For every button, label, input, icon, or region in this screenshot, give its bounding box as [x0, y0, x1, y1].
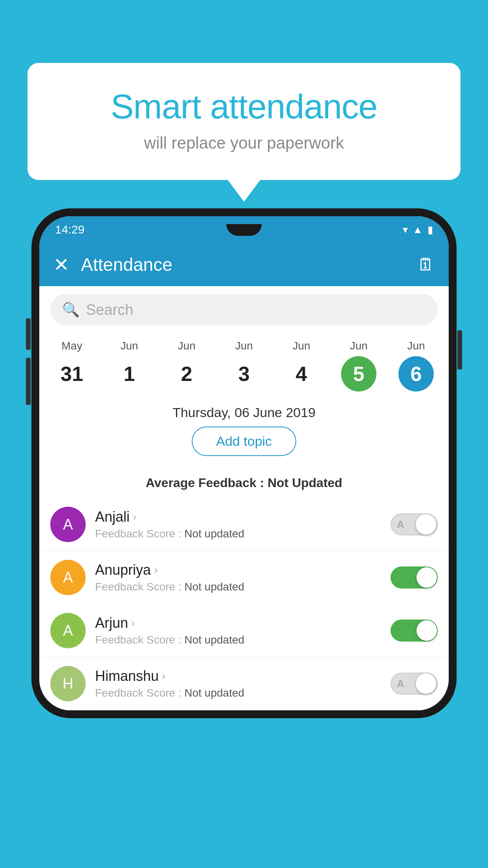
toggle-knob-3 [416, 673, 436, 694]
student-list: AAnjali ›Feedback Score : Not updatedAAA… [39, 498, 449, 710]
avatar-1: A [50, 560, 86, 595]
cal-date-1: 1 [112, 356, 147, 392]
toggle-1[interactable]: P [391, 566, 438, 588]
cal-date-4: 4 [284, 356, 319, 392]
student-name-3: Himanshu › [95, 668, 381, 684]
toggle-0[interactable]: A [391, 513, 438, 535]
feedback-score-0: Feedback Score : Not updated [95, 528, 381, 540]
student-info-1: Anupriya ›Feedback Score : Not updated [95, 562, 381, 593]
cal-date-2: 2 [169, 356, 204, 392]
calendar-day-1[interactable]: Jun1 [104, 340, 155, 392]
cal-date-6: 6 [398, 356, 434, 392]
chevron-icon-0: › [133, 511, 136, 523]
student-item-2[interactable]: AArjun ›Feedback Score : Not updatedP [39, 604, 449, 657]
student-name-2: Arjun › [95, 615, 381, 631]
signal-icon: ▲ [413, 224, 423, 236]
toggle-knob-2 [416, 620, 437, 641]
date-label: Thursday, 06 June 2019 [39, 395, 449, 427]
toggle-label-0: A [397, 519, 404, 531]
speech-bubble-container: Smart attendance will replace your paper… [28, 63, 460, 180]
close-button[interactable]: ✕ [53, 254, 69, 276]
calendar-day-3[interactable]: Jun3 [218, 340, 270, 392]
power-button [457, 330, 462, 370]
bubble-subtitle: will replace your paperwork [55, 134, 433, 153]
bubble-title: Smart attendance [55, 86, 433, 127]
status-icons: ▾ ▲ ▮ [403, 224, 433, 236]
student-item-3[interactable]: HHimanshu ›Feedback Score : Not updatedA [39, 657, 449, 710]
speech-bubble: Smart attendance will replace your paper… [28, 63, 460, 180]
avatar-0: A [50, 507, 86, 542]
toggle-2[interactable]: P [391, 620, 438, 642]
cal-month-1: Jun [120, 340, 138, 352]
calendar-icon[interactable]: 🗓 [417, 255, 435, 274]
calendar-day-4[interactable]: Jun4 [276, 340, 327, 392]
cal-month-2: Jun [178, 340, 195, 352]
toggle-3[interactable]: A [391, 673, 438, 695]
cal-date-0: 31 [54, 356, 90, 392]
add-topic-button[interactable]: Add topic [192, 427, 296, 456]
vol-down-button [26, 358, 31, 405]
student-name-0: Anjali › [95, 509, 381, 525]
student-info-3: Himanshu ›Feedback Score : Not updated [95, 668, 381, 699]
app-bar: ✕ Attendance 🗓 [39, 243, 449, 286]
phone: 14:29 ▾ ▲ ▮ ✕ Attendance 🗓 🔍 Search [31, 208, 457, 718]
student-item-0[interactable]: AAnjali ›Feedback Score : Not updatedA [39, 498, 449, 551]
avg-feedback-label: Average Feedback : [146, 476, 268, 490]
calendar-day-5[interactable]: Jun5 [333, 340, 384, 392]
student-info-0: Anjali ›Feedback Score : Not updated [95, 509, 381, 540]
student-item-1[interactable]: AAnupriya ›Feedback Score : Not updatedP [39, 551, 449, 604]
cal-date-3: 3 [226, 356, 262, 392]
phone-container: 14:29 ▾ ▲ ▮ ✕ Attendance 🗓 🔍 Search [31, 208, 457, 718]
vol-up-button [26, 318, 31, 350]
search-placeholder: Search [86, 302, 133, 318]
calendar-day-0[interactable]: May31 [46, 340, 97, 392]
status-time: 14:29 [55, 223, 84, 236]
calendar-day-6[interactable]: Jun6 [391, 340, 442, 392]
cal-month-4: Jun [292, 340, 310, 352]
student-info-2: Arjun ›Feedback Score : Not updated [95, 615, 381, 646]
cal-month-5: Jun [350, 340, 367, 352]
toggle-label-3: A [397, 678, 404, 690]
avatar-2: A [50, 613, 86, 648]
feedback-score-2: Feedback Score : Not updated [95, 634, 381, 646]
student-name-1: Anupriya › [95, 562, 381, 578]
toggle-knob-0 [416, 514, 436, 535]
phone-screen: 14:29 ▾ ▲ ▮ ✕ Attendance 🗓 🔍 Search [39, 216, 449, 710]
cal-month-0: May [62, 340, 83, 352]
cal-date-5: 5 [341, 356, 376, 392]
avg-feedback: Average Feedback : Not Updated [39, 472, 449, 498]
calendar-day-2[interactable]: Jun2 [161, 340, 212, 392]
cal-month-6: Jun [407, 340, 425, 352]
toggle-knob-1 [416, 567, 437, 588]
chevron-icon-2: › [131, 617, 135, 629]
search-bar[interactable]: 🔍 Search [50, 294, 438, 326]
chevron-icon-3: › [162, 670, 165, 682]
app-bar-title: Attendance [81, 254, 417, 275]
avatar-3: H [50, 666, 86, 701]
chevron-icon-1: › [154, 564, 158, 576]
search-icon: 🔍 [62, 302, 80, 318]
feedback-score-3: Feedback Score : Not updated [95, 687, 381, 699]
cal-month-3: Jun [235, 340, 253, 352]
search-container: 🔍 Search [39, 286, 449, 332]
wifi-icon: ▾ [403, 224, 408, 236]
avg-feedback-value: Not Updated [268, 476, 342, 490]
battery-icon: ▮ [427, 224, 433, 236]
feedback-score-1: Feedback Score : Not updated [95, 581, 381, 593]
calendar-strip: May31Jun1Jun2Jun3Jun4Jun5Jun6 [39, 332, 449, 395]
